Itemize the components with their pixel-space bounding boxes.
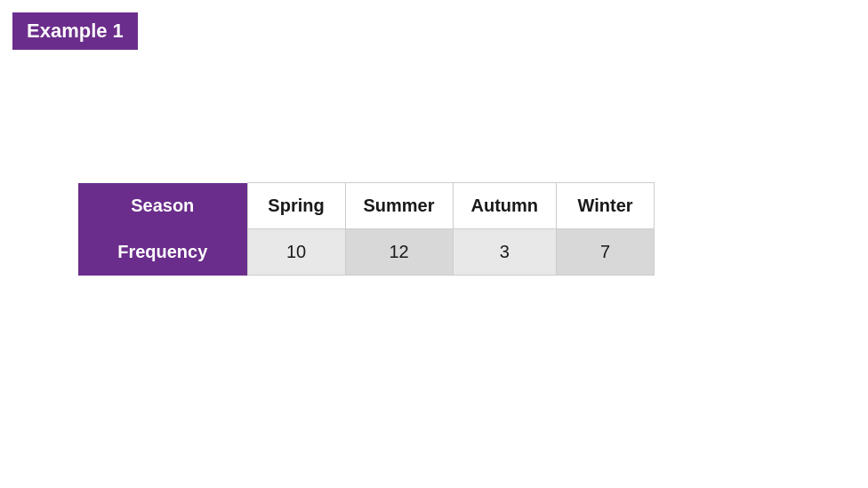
summer-value-cell: 12 <box>345 229 453 276</box>
summer-header-cell: Summer <box>345 183 453 229</box>
table-container: Season Spring Summer Autumn Winter <box>78 182 655 276</box>
spring-value-cell: 10 <box>247 229 345 276</box>
winter-header-cell: Winter <box>557 183 655 229</box>
table-data-row: Frequency 10 12 3 7 <box>78 229 655 276</box>
autumn-value-cell: 3 <box>453 229 557 276</box>
autumn-header-cell: Autumn <box>453 183 557 229</box>
page-container: Example 1 Season Spring Summer Autumn <box>0 0 868 488</box>
winter-value-cell: 7 <box>557 229 655 276</box>
spring-header-cell: Spring <box>247 183 345 229</box>
data-table: Season Spring Summer Autumn Winter <box>78 182 655 276</box>
season-header-cell: Season <box>78 183 247 229</box>
frequency-label-cell: Frequency <box>78 229 247 276</box>
table-header-row: Season Spring Summer Autumn Winter <box>78 183 655 229</box>
example-badge-label: Example 1 <box>27 20 124 42</box>
example-badge: Example 1 <box>12 12 138 50</box>
